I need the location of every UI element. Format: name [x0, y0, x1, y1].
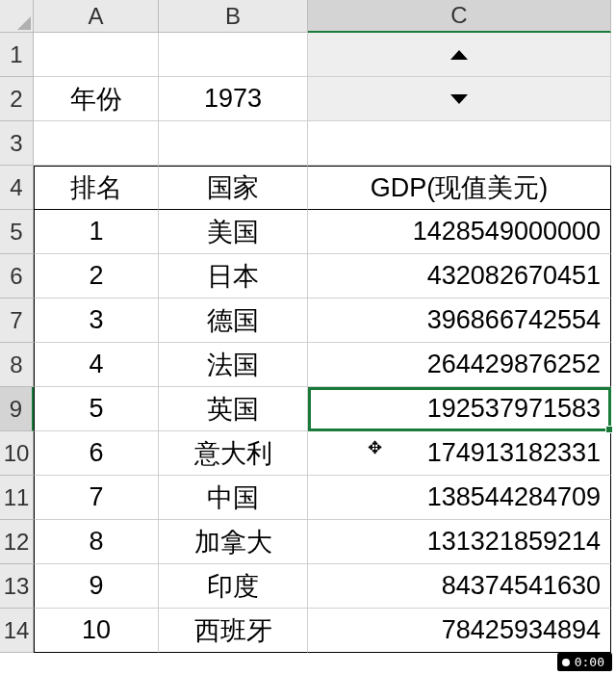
row-header-11[interactable]: 11 [0, 476, 34, 520]
cell-A11[interactable]: 7 [34, 476, 159, 520]
cell-B7[interactable]: 德国 [159, 299, 308, 343]
cell-C3[interactable] [308, 121, 611, 166]
cell-A4[interactable]: 排名 [34, 166, 159, 210]
cell-A12[interactable]: 8 [34, 520, 159, 564]
select-all-corner[interactable] [0, 0, 34, 33]
svg-marker-0 [17, 16, 31, 30]
cell-B3[interactable] [159, 121, 308, 166]
cell-B11[interactable]: 中国 [159, 476, 308, 520]
row-header-5[interactable]: 5 [0, 210, 34, 254]
cell-A8[interactable]: 4 [34, 343, 159, 387]
cell-B14[interactable]: 西班牙 [159, 609, 308, 653]
cell-C8[interactable]: 264429876252 [308, 343, 611, 387]
cell-C10[interactable]: 174913182331 [308, 431, 611, 476]
cell-C11[interactable]: 138544284709 [308, 476, 611, 520]
cell-A14[interactable]: 10 [34, 609, 159, 653]
cell-A10[interactable]: 6 [34, 431, 159, 476]
cell-B8[interactable]: 法国 [159, 343, 308, 387]
cell-B12[interactable]: 加拿大 [159, 520, 308, 564]
row-header-2[interactable]: 2 [0, 77, 34, 121]
spinner-down-button[interactable] [308, 77, 611, 121]
row-header-12[interactable]: 12 [0, 520, 34, 564]
row-header-10[interactable]: 10 [0, 431, 34, 476]
cell-A3[interactable] [34, 121, 159, 166]
cell-B5[interactable]: 美国 [159, 210, 308, 254]
cell-B1[interactable] [159, 33, 308, 77]
row-header-9[interactable]: 9 [0, 387, 34, 431]
col-header-A[interactable]: A [34, 0, 159, 33]
cell-A13[interactable]: 9 [34, 564, 159, 609]
cell-B10[interactable]: 意大利 [159, 431, 308, 476]
cell-C12[interactable]: 131321859214 [308, 520, 611, 564]
cell-C4[interactable]: GDP(现值美元) [308, 166, 611, 210]
cell-C5[interactable]: 1428549000000 [308, 210, 611, 254]
row-header-7[interactable]: 7 [0, 299, 34, 343]
row-header-6[interactable]: 6 [0, 254, 34, 299]
row-header-14[interactable]: 14 [0, 609, 34, 653]
recording-timer: 0:00 [557, 653, 612, 671]
cell-B13[interactable]: 印度 [159, 564, 308, 609]
cell-C9[interactable]: 192537971583 [308, 387, 611, 431]
row-header-1[interactable]: 1 [0, 33, 34, 77]
spinner-up-button[interactable] [308, 33, 611, 77]
cell-B9[interactable]: 英国 [159, 387, 308, 431]
cell-A5[interactable]: 1 [34, 210, 159, 254]
cell-A9[interactable]: 5 [34, 387, 159, 431]
row-header-8[interactable]: 8 [0, 343, 34, 387]
cell-C7[interactable]: 396866742554 [308, 299, 611, 343]
col-header-C[interactable]: C [308, 0, 611, 33]
spreadsheet-grid[interactable]: A B C 1 2 年份 1973 3 4 排名 国家 GDP(现值美元) 5 … [0, 0, 616, 653]
row-header-4[interactable]: 4 [0, 166, 34, 210]
row-header-13[interactable]: 13 [0, 564, 34, 609]
col-header-B[interactable]: B [159, 0, 308, 33]
cell-A6[interactable]: 2 [34, 254, 159, 299]
cell-A1[interactable] [34, 33, 159, 77]
cell-B6[interactable]: 日本 [159, 254, 308, 299]
cell-B4[interactable]: 国家 [159, 166, 308, 210]
cell-A2[interactable]: 年份 [34, 77, 159, 121]
cell-C14[interactable]: 78425934894 [308, 609, 611, 653]
triangle-up-icon [450, 50, 468, 60]
cell-C6[interactable]: 432082670451 [308, 254, 611, 299]
cell-B2[interactable]: 1973 [159, 77, 308, 121]
triangle-down-icon [450, 94, 468, 104]
row-header-3[interactable]: 3 [0, 121, 34, 166]
cell-A7[interactable]: 3 [34, 299, 159, 343]
cell-C13[interactable]: 84374541630 [308, 564, 611, 609]
